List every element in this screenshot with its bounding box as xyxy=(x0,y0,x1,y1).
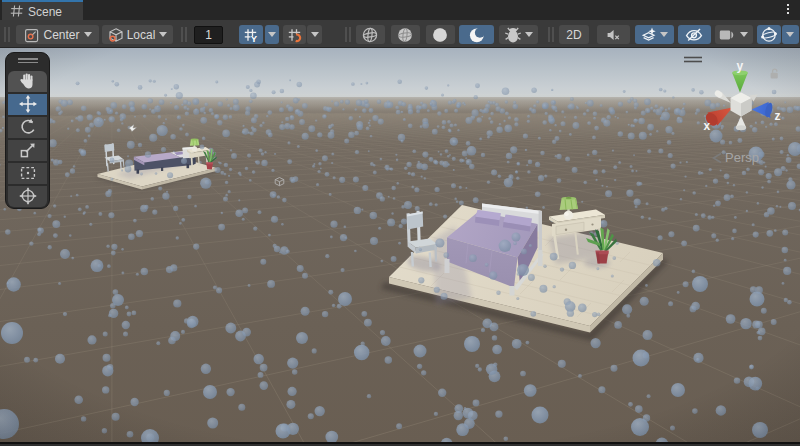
svg-text:z: z xyxy=(775,109,781,123)
svg-text:Y: Y xyxy=(251,33,258,44)
svg-text:x: x xyxy=(704,119,711,133)
svg-text:Persp: Persp xyxy=(725,150,759,165)
svg-text:y: y xyxy=(737,59,744,73)
